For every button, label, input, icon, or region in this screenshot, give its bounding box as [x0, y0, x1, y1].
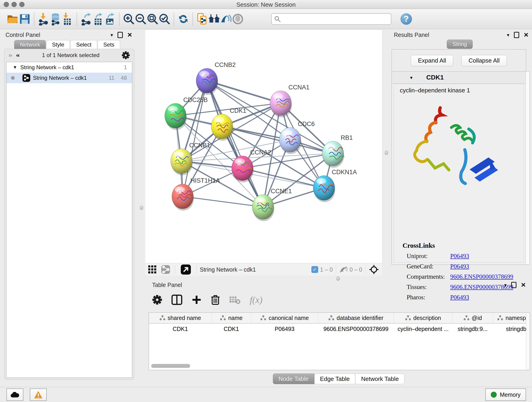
float-panel-icon[interactable]: [118, 32, 123, 38]
collapse-panel-icon[interactable]: ▾: [504, 283, 507, 287]
export-table-button[interactable]: [92, 13, 104, 26]
table-cell[interactable]: CDK1: [212, 323, 251, 334]
memory-button[interactable]: Memory: [485, 389, 526, 401]
tab-edge-table[interactable]: Edge Table: [314, 374, 355, 384]
search-box[interactable]: [271, 13, 391, 25]
collapse-panel-icon[interactable]: ▾: [507, 32, 510, 37]
crosslink-link[interactable]: P06493: [450, 263, 469, 270]
network-node-CDK1[interactable]: CDK1: [211, 107, 246, 141]
tree-expand-icon[interactable]: ▼: [13, 65, 17, 70]
column-header-database-identifier[interactable]: database identifier: [318, 313, 394, 323]
tab-sets[interactable]: Sets: [98, 40, 120, 49]
table-cell[interactable]: stringdb: [493, 323, 530, 334]
string-network-graph[interactable]: CCNB2CCNA1CDC25BCDK1CDC6RB1CCNB1CCNA2CDK…: [145, 30, 382, 263]
column-header-name[interactable]: name: [212, 313, 251, 323]
hidden-eye-icon[interactable]: [339, 266, 348, 273]
network-node-RB1[interactable]: RB1: [322, 134, 353, 168]
help-button[interactable]: ?: [400, 13, 412, 25]
import-network-file-button[interactable]: [38, 13, 50, 26]
fit-selected-crosshair-icon[interactable]: [369, 264, 379, 274]
crosslink-link[interactable]: 9606.ENSP00000378699: [450, 273, 513, 280]
tab-style[interactable]: Style: [46, 40, 70, 49]
table-options-gear-icon[interactable]: [152, 295, 162, 305]
node-label: RB1: [341, 134, 353, 141]
results-scroll-area: ▾ CDK1 cyclin–dependent kinase 1: [392, 71, 530, 265]
birdseye-grid-button[interactable]: [145, 263, 159, 276]
close-panel-icon[interactable]: ×: [524, 32, 528, 38]
network-node-CDC25B[interactable]: CDC25B: [165, 96, 208, 130]
network-node-CCNB2[interactable]: CCNB2: [196, 61, 236, 95]
crosslink-link[interactable]: P06493: [450, 253, 469, 260]
network-edge[interactable]: [207, 81, 263, 207]
collapse-all-networks-icon[interactable]: «︎: [16, 52, 20, 58]
gene-section-header[interactable]: ▾ CDK1: [392, 71, 530, 84]
network-node-CCNA2[interactable]: CCNA2: [232, 149, 271, 182]
close-panel-icon[interactable]: ×: [521, 282, 526, 288]
separator: [365, 265, 366, 274]
tab-select[interactable]: Select: [70, 40, 97, 49]
export-network-button[interactable]: [80, 13, 92, 26]
network-node-CCNE1[interactable]: CCNE1: [252, 188, 292, 221]
network-row-selected[interactable]: String Network – cdk1 11 48: [6, 73, 132, 83]
save-session-button[interactable]: [19, 13, 31, 26]
import-network-database-button[interactable]: [50, 13, 61, 26]
tab-network[interactable]: Network: [14, 40, 46, 49]
table-vertical-scrollbar[interactable]: [526, 313, 530, 370]
network-options-gear-icon[interactable]: [122, 51, 130, 59]
close-panel-icon[interactable]: ×: [127, 32, 132, 38]
table-cell[interactable]: 9606.ENSP00000378699: [318, 323, 394, 334]
gene-collapse-icon[interactable]: ▾: [410, 75, 413, 80]
network-node-CCNA1[interactable]: CCNA1: [270, 84, 310, 117]
open-session-button[interactable]: [7, 13, 19, 26]
float-panel-icon[interactable]: [514, 32, 519, 38]
cloud-status-button[interactable]: [6, 389, 23, 401]
right-splitter-handle[interactable]: [385, 151, 388, 155]
network-edge[interactable]: [183, 196, 263, 207]
apply-layout-button[interactable]: [177, 13, 189, 26]
network-node-HIST1H1A[interactable]: HIST1H1A: [172, 177, 220, 211]
string-copy-network-button[interactable]: [196, 13, 208, 26]
delete-column-trash-icon[interactable]: [211, 294, 220, 305]
collapse-panel-icon[interactable]: ▾: [111, 32, 113, 37]
selected-checkbox-icon[interactable]: ✓: [311, 266, 318, 273]
add-column-plus-icon[interactable]: [191, 295, 202, 305]
string-home-button[interactable]: [208, 13, 220, 26]
zoom-selected-button[interactable]: [158, 13, 171, 26]
column-header-@id[interactable]: @id: [452, 313, 493, 323]
import-table-button[interactable]: [61, 13, 73, 26]
table-row[interactable]: CDK1CDK1P064939606.ENSP00000378699cyclin…: [149, 323, 530, 334]
table-cell[interactable]: stringdb:9...: [452, 323, 493, 334]
float-panel-icon[interactable]: [511, 282, 516, 288]
open-in-window-button[interactable]: [178, 263, 193, 276]
zoom-fit-button[interactable]: [147, 13, 158, 26]
expand-all-button[interactable]: Expand All: [411, 55, 453, 66]
tab-string[interactable]: String: [447, 40, 473, 49]
zoom-out-button[interactable]: [135, 13, 147, 26]
table-cell[interactable]: CDK1: [149, 323, 212, 334]
search-input[interactable]: [281, 14, 389, 24]
table-cell[interactable]: P06493: [251, 323, 318, 334]
expand-all-networks-icon[interactable]: »︎: [8, 52, 12, 58]
column-header-namespace[interactable]: namespace: [493, 313, 530, 323]
results-vertical-scrollbar[interactable]: [526, 71, 530, 264]
table-cell[interactable]: cyclin–dependent ...: [394, 323, 452, 334]
network-collection-row[interactable]: ▼ String Network – cdk1 1: [6, 62, 132, 73]
enhanced-graphics-toggle-button[interactable]: [220, 13, 232, 26]
network-view-canvas[interactable]: CCNB2CCNA1CDC25BCDK1CDC6RB1CCNB1CCNA2CDK…: [145, 30, 382, 263]
show-graphics-details-button[interactable]: [232, 13, 244, 26]
column-header-shared-name[interactable]: shared name: [149, 313, 212, 323]
table-horizontal-scrollbar[interactable]: [151, 364, 190, 368]
left-splitter-handle[interactable]: [140, 206, 143, 210]
collapse-all-button[interactable]: Collapse All: [462, 55, 507, 66]
column-header-canonical-name[interactable]: canonical name: [251, 313, 318, 323]
column-header-description[interactable]: description: [394, 313, 452, 323]
warnings-button[interactable]: [30, 389, 47, 401]
tab-network-table[interactable]: Network Table: [355, 374, 404, 384]
network-node-CDKN1A[interactable]: CDKN1A: [313, 169, 357, 202]
tab-node-table[interactable]: Node Table: [273, 374, 314, 384]
show-columns-icon[interactable]: [171, 294, 182, 305]
export-image-button[interactable]: [104, 13, 116, 26]
zoom-in-button[interactable]: [123, 13, 135, 26]
node-table[interactable]: shared namenamecanonical namedatabase id…: [149, 313, 530, 370]
network-overview-button[interactable]: [159, 263, 172, 276]
